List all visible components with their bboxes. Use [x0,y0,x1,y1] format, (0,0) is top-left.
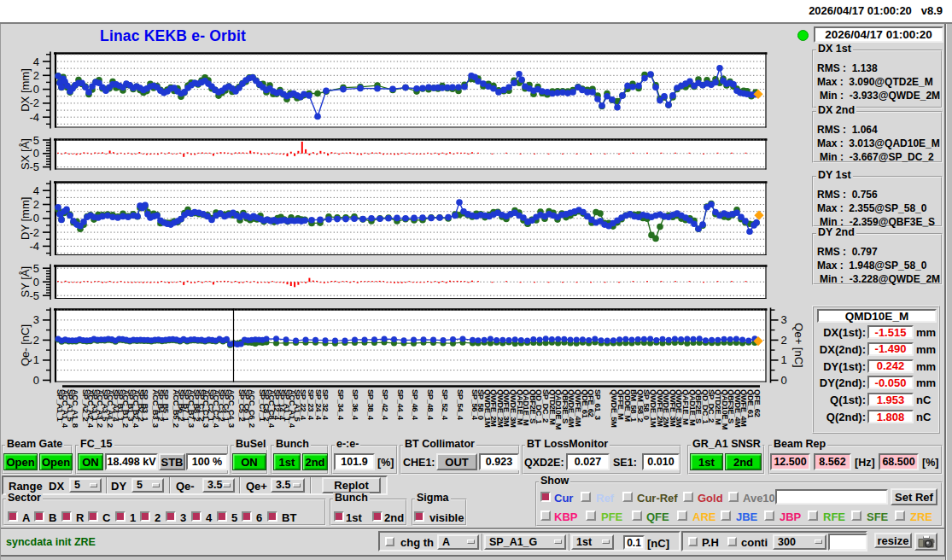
svg-text:4: 4 [33,55,39,68]
svg-text:2: 2 [33,334,39,347]
svg-text:SY [Å]: SY [Å] [19,266,32,298]
svg-text:SP_B5_1: SP_B5_1 [161,389,171,422]
svg-text:DY [mm]: DY [mm] [19,197,32,240]
svg-text:1: 1 [781,353,787,366]
svg-text:5: 5 [33,262,39,275]
svg-text:2: 2 [781,334,787,347]
svg-text:SP_52_4: SP_52_4 [441,389,450,421]
svg-text:3: 3 [781,313,787,326]
svg-text:SP_B3_1: SP_B3_1 [141,389,150,422]
svg-text:SP_46_4: SP_46_4 [411,389,420,421]
svg-text:0: 0 [33,212,39,225]
svg-text:SP_44_4: SP_44_4 [396,389,406,421]
svg-text:DX [mm]: DX [mm] [19,68,32,112]
svg-text:SX [Å]: SX [Å] [19,138,32,170]
svg-text:3: 3 [33,313,39,326]
svg-text:2: 2 [33,198,39,211]
svg-text:0: 0 [781,374,787,387]
svg-text:ACC_C4_3: ACC_C4_3 [227,389,237,428]
svg-text:5: 5 [33,134,39,147]
svg-text:0: 0 [33,147,39,160]
svg-text:SP_36_4: SP_36_4 [351,389,360,421]
svg-text:0: 0 [33,276,39,289]
svg-text:SP_42_4: SP_42_4 [381,389,390,421]
svg-text:SP_24_4: SP_24_4 [314,389,324,421]
svg-text:SP_38_4: SP_38_4 [366,389,376,421]
svg-text:ACC_A1_8: ACC_A1_8 [71,389,80,428]
svg-text:-4: -4 [29,240,39,253]
svg-text:QFE_62: QFE_62 [753,389,762,417]
svg-text:Qe- [nC]: Qe- [nC] [19,324,32,366]
svg-text:2: 2 [33,69,39,82]
svg-text:-4: -4 [29,111,39,124]
svg-text:4: 4 [33,184,39,197]
svg-text:0: 0 [33,374,39,387]
svg-text:ACC_C6_2: ACC_C6_2 [248,389,257,428]
svg-text:1: 1 [33,353,39,366]
svg-text:SP_34_4: SP_34_4 [336,389,346,421]
svg-text:SP_48_4: SP_48_4 [426,389,435,421]
svg-text:SP_54_4: SP_54_4 [456,389,465,421]
svg-text:SP_61_3: SP_61_3 [593,389,603,420]
svg-text:0: 0 [33,83,39,96]
